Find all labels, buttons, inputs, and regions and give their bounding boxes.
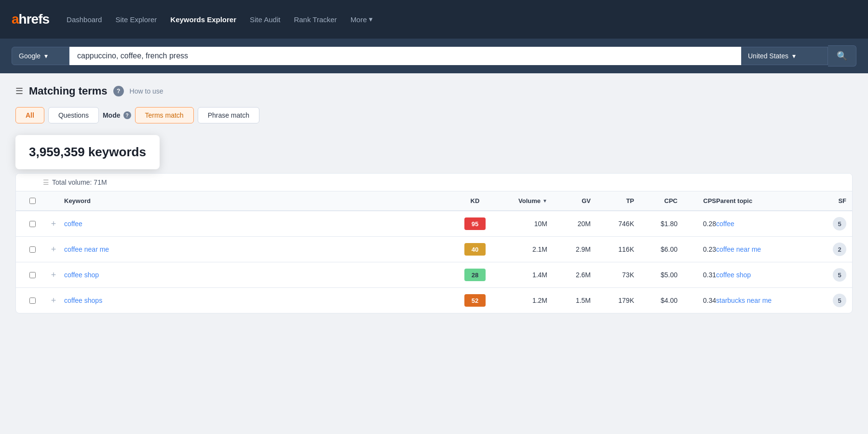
- tp-1: 116K: [591, 245, 634, 253]
- gv-0: 20M: [547, 220, 591, 228]
- country-select[interactable]: United States ▾: [741, 47, 828, 65]
- chevron-down-icon: ▾: [792, 52, 796, 60]
- help-icon[interactable]: ?: [113, 86, 124, 96]
- tp-3: 179K: [591, 297, 634, 304]
- hamburger-small-icon: ☰: [43, 178, 49, 186]
- add-keyword-2[interactable]: +: [43, 270, 64, 280]
- cpc-0: $1.80: [634, 220, 678, 228]
- cpc-2: $5.00: [634, 271, 678, 279]
- chevron-down-icon: ▾: [44, 52, 48, 60]
- logo-a: a: [12, 12, 19, 27]
- search-icon: 🔍: [837, 51, 847, 61]
- tp-2: 73K: [591, 271, 634, 279]
- keywords-table: ☰ Total volume: 71M Keyword KD Volume ▼ …: [15, 173, 853, 313]
- kd-badge-3: 52: [464, 294, 486, 307]
- table-row: + coffee 95 10M 20M 746K $1.80 0.28 coff…: [16, 211, 852, 237]
- row-checkbox-3[interactable]: [29, 298, 36, 304]
- how-to-use-link[interactable]: How to use: [130, 87, 163, 95]
- volume-3: 1.2M: [494, 297, 547, 304]
- nav-dashboard[interactable]: Dashboard: [67, 14, 102, 26]
- gv-2: 2.6M: [547, 271, 591, 279]
- table-row: + coffee near me 40 2.1M 2.9M 116K $6.00…: [16, 237, 852, 262]
- sf-badge-2: 5: [833, 268, 846, 282]
- cps-3: 0.34: [678, 297, 716, 304]
- gv-1: 2.9M: [547, 245, 591, 253]
- tabs-row: All Questions Mode ? Terms match Phrase …: [15, 107, 853, 123]
- sf-badge-0: 5: [833, 217, 846, 231]
- volume-2: 1.4M: [494, 271, 547, 279]
- keyword-link-0[interactable]: coffee: [64, 220, 82, 228]
- logo-hrefs: hrefs: [19, 12, 49, 27]
- th-sf: SF: [813, 197, 846, 204]
- logo[interactable]: ahrefs: [12, 12, 49, 27]
- add-keyword-1[interactable]: +: [43, 244, 64, 255]
- select-all-checkbox[interactable]: [29, 198, 36, 204]
- keyword-link-3[interactable]: coffee shops: [64, 297, 102, 304]
- tab-all[interactable]: All: [15, 107, 44, 123]
- country-label: United States: [748, 52, 788, 60]
- nav-keywords-explorer[interactable]: Keywords Explorer: [170, 14, 236, 26]
- row-checkbox-0[interactable]: [29, 221, 36, 227]
- parent-link-0[interactable]: coffee: [716, 220, 734, 228]
- keyword-link-1[interactable]: coffee near me: [64, 245, 109, 253]
- cpc-1: $6.00: [634, 245, 678, 253]
- parent-link-3[interactable]: starbucks near me: [716, 297, 772, 304]
- add-keyword-0[interactable]: +: [43, 219, 64, 229]
- search-bar: Google ▾ United States ▾ 🔍: [0, 39, 868, 73]
- nav-rank-tracker[interactable]: Rank Tracker: [294, 14, 337, 26]
- tab-terms-match[interactable]: Terms match: [135, 107, 194, 123]
- row-checkbox-2[interactable]: [29, 272, 36, 278]
- volume-0: 10M: [494, 220, 547, 228]
- th-volume[interactable]: Volume ▼: [494, 197, 547, 204]
- parent-link-2[interactable]: coffee shop: [716, 271, 751, 279]
- hamburger-icon[interactable]: ☰: [15, 86, 23, 96]
- th-parent-topic: Parent topic: [716, 197, 813, 204]
- tab-questions[interactable]: Questions: [48, 107, 99, 123]
- keyword-link-2[interactable]: coffee shop: [64, 271, 99, 279]
- kd-badge-0: 95: [464, 217, 486, 230]
- th-cps: CPS: [678, 197, 716, 204]
- engine-select[interactable]: Google ▾: [12, 47, 69, 65]
- th-cpc: CPC: [634, 197, 678, 204]
- page-header: ☰ Matching terms ? How to use: [15, 85, 853, 97]
- tp-0: 746K: [591, 220, 634, 228]
- row-checkbox-1[interactable]: [29, 246, 36, 253]
- nav-more-label: More: [351, 15, 367, 24]
- nav-more[interactable]: More ▾: [351, 15, 373, 24]
- gv-3: 1.5M: [547, 297, 591, 304]
- table-row: + coffee shop 28 1.4M 2.6M 73K $5.00 0.3…: [16, 262, 852, 288]
- page-title: Matching terms: [29, 85, 108, 97]
- tab-phrase-match[interactable]: Phrase match: [198, 107, 259, 123]
- table-row: + coffee shops 52 1.2M 1.5M 179K $4.00 0…: [16, 288, 852, 313]
- nav-site-explorer[interactable]: Site Explorer: [115, 14, 157, 26]
- sort-arrow-icon: ▼: [542, 198, 547, 203]
- cpc-3: $4.00: [634, 297, 678, 304]
- parent-link-1[interactable]: coffee near me: [716, 245, 761, 253]
- cps-2: 0.31: [678, 271, 716, 279]
- volume-1: 2.1M: [494, 245, 547, 253]
- th-kd: KD: [456, 197, 494, 204]
- keywords-count-tooltip: 3,959,359 keywords: [15, 135, 160, 169]
- total-volume-text: Total volume: 71M: [52, 178, 107, 186]
- nav-site-audit[interactable]: Site Audit: [250, 14, 280, 26]
- table-header: Keyword KD Volume ▼ GV TP CPC CPS Parent…: [16, 191, 852, 211]
- mode-help-icon[interactable]: ?: [123, 111, 131, 119]
- chevron-down-icon: ▾: [369, 15, 373, 24]
- cps-1: 0.23: [678, 245, 716, 253]
- search-button[interactable]: 🔍: [828, 45, 856, 67]
- th-gv: GV: [547, 197, 591, 204]
- cps-0: 0.28: [678, 220, 716, 228]
- search-input[interactable]: [69, 47, 741, 65]
- main-content: ☰ Matching terms ? How to use All Questi…: [0, 73, 868, 434]
- kd-badge-2: 28: [464, 269, 486, 281]
- engine-label: Google: [19, 52, 41, 60]
- navbar: ahrefs Dashboard Site Explorer Keywords …: [0, 0, 868, 39]
- add-keyword-3[interactable]: +: [43, 296, 64, 306]
- kd-badge-1: 40: [464, 243, 486, 256]
- table-area: 3,959,359 keywords ☰ Total volume: 71M K…: [15, 135, 853, 313]
- th-tp: TP: [591, 197, 634, 204]
- sf-badge-3: 5: [833, 294, 846, 307]
- th-keyword: Keyword: [64, 197, 456, 204]
- sf-badge-1: 2: [833, 243, 846, 256]
- mode-label: Mode ?: [103, 111, 131, 119]
